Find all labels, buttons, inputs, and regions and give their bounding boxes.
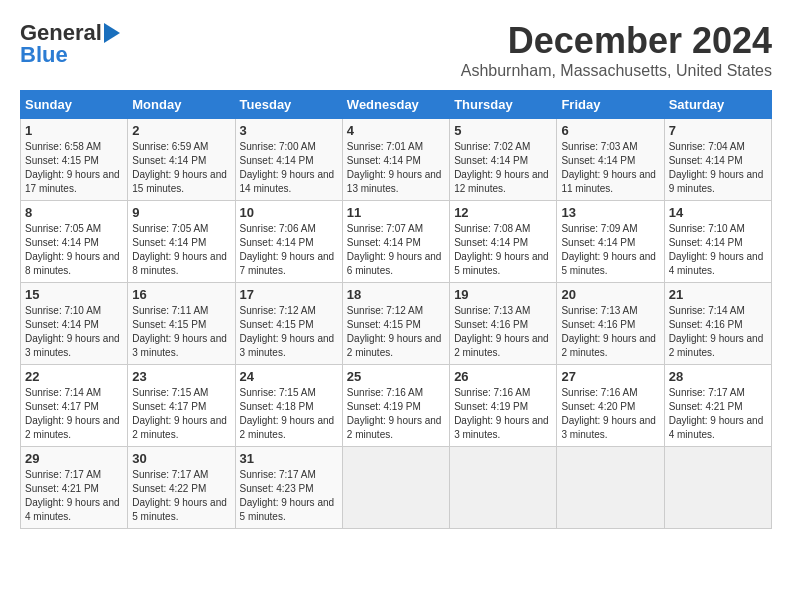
day-number: 14 [669,205,767,220]
calendar-week-row: 8 Sunrise: 7:05 AM Sunset: 4:14 PM Dayli… [21,201,772,283]
sunrise-label: Sunrise: 7:13 AM [561,305,637,316]
calendar-cell: 21 Sunrise: 7:14 AM Sunset: 4:16 PM Dayl… [664,283,771,365]
logo-arrow-icon [104,23,120,43]
daylight-label: Daylight: 9 hours and 7 minutes. [240,251,335,276]
sunrise-label: Sunrise: 7:05 AM [25,223,101,234]
sunrise-label: Sunrise: 7:16 AM [454,387,530,398]
days-header-row: Sunday Monday Tuesday Wednesday Thursday… [21,91,772,119]
sunset-label: Sunset: 4:15 PM [347,319,421,330]
day-number: 10 [240,205,338,220]
sunset-label: Sunset: 4:14 PM [347,155,421,166]
day-info: Sunrise: 7:17 AM Sunset: 4:21 PM Dayligh… [25,468,123,524]
sunset-label: Sunset: 4:15 PM [132,319,206,330]
sunset-label: Sunset: 4:19 PM [347,401,421,412]
day-number: 6 [561,123,659,138]
sunrise-label: Sunrise: 7:17 AM [132,469,208,480]
sunset-label: Sunset: 4:14 PM [132,237,206,248]
sunrise-label: Sunrise: 7:17 AM [240,469,316,480]
sunrise-label: Sunrise: 7:02 AM [454,141,530,152]
day-number: 31 [240,451,338,466]
sunset-label: Sunset: 4:14 PM [454,237,528,248]
calendar-cell: 31 Sunrise: 7:17 AM Sunset: 4:23 PM Dayl… [235,447,342,529]
sunset-label: Sunset: 4:14 PM [669,237,743,248]
sunrise-label: Sunrise: 7:01 AM [347,141,423,152]
sunset-label: Sunset: 4:18 PM [240,401,314,412]
calendar-cell: 26 Sunrise: 7:16 AM Sunset: 4:19 PM Dayl… [450,365,557,447]
sunset-label: Sunset: 4:16 PM [669,319,743,330]
sunset-label: Sunset: 4:20 PM [561,401,635,412]
day-info: Sunrise: 7:13 AM Sunset: 4:16 PM Dayligh… [561,304,659,360]
day-number: 23 [132,369,230,384]
day-number: 22 [25,369,123,384]
calendar-cell: 10 Sunrise: 7:06 AM Sunset: 4:14 PM Dayl… [235,201,342,283]
calendar-cell: 18 Sunrise: 7:12 AM Sunset: 4:15 PM Dayl… [342,283,449,365]
calendar-cell: 14 Sunrise: 7:10 AM Sunset: 4:14 PM Dayl… [664,201,771,283]
day-info: Sunrise: 7:17 AM Sunset: 4:22 PM Dayligh… [132,468,230,524]
sunset-label: Sunset: 4:14 PM [454,155,528,166]
day-info: Sunrise: 7:16 AM Sunset: 4:19 PM Dayligh… [454,386,552,442]
day-info: Sunrise: 7:06 AM Sunset: 4:14 PM Dayligh… [240,222,338,278]
calendar-cell: 15 Sunrise: 7:10 AM Sunset: 4:14 PM Dayl… [21,283,128,365]
day-info: Sunrise: 7:03 AM Sunset: 4:14 PM Dayligh… [561,140,659,196]
sunset-label: Sunset: 4:14 PM [25,319,99,330]
day-info: Sunrise: 6:59 AM Sunset: 4:14 PM Dayligh… [132,140,230,196]
header-tuesday: Tuesday [235,91,342,119]
sunrise-label: Sunrise: 7:16 AM [561,387,637,398]
daylight-label: Daylight: 9 hours and 2 minutes. [240,415,335,440]
day-info: Sunrise: 7:12 AM Sunset: 4:15 PM Dayligh… [347,304,445,360]
daylight-label: Daylight: 9 hours and 2 minutes. [454,333,549,358]
day-number: 4 [347,123,445,138]
header-wednesday: Wednesday [342,91,449,119]
daylight-label: Daylight: 9 hours and 6 minutes. [347,251,442,276]
sunset-label: Sunset: 4:15 PM [25,155,99,166]
sunrise-label: Sunrise: 7:09 AM [561,223,637,234]
sunset-label: Sunset: 4:14 PM [240,237,314,248]
sunrise-label: Sunrise: 7:15 AM [240,387,316,398]
day-info: Sunrise: 7:10 AM Sunset: 4:14 PM Dayligh… [25,304,123,360]
calendar-cell: 12 Sunrise: 7:08 AM Sunset: 4:14 PM Dayl… [450,201,557,283]
sunrise-label: Sunrise: 6:59 AM [132,141,208,152]
sunset-label: Sunset: 4:14 PM [561,237,635,248]
sunset-label: Sunset: 4:21 PM [669,401,743,412]
day-info: Sunrise: 7:12 AM Sunset: 4:15 PM Dayligh… [240,304,338,360]
day-info: Sunrise: 7:05 AM Sunset: 4:14 PM Dayligh… [25,222,123,278]
daylight-label: Daylight: 9 hours and 5 minutes. [561,251,656,276]
daylight-label: Daylight: 9 hours and 5 minutes. [132,497,227,522]
calendar-week-row: 15 Sunrise: 7:10 AM Sunset: 4:14 PM Dayl… [21,283,772,365]
daylight-label: Daylight: 9 hours and 3 minutes. [561,415,656,440]
calendar-cell: 25 Sunrise: 7:16 AM Sunset: 4:19 PM Dayl… [342,365,449,447]
calendar-cell [450,447,557,529]
day-info: Sunrise: 7:01 AM Sunset: 4:14 PM Dayligh… [347,140,445,196]
day-info: Sunrise: 7:02 AM Sunset: 4:14 PM Dayligh… [454,140,552,196]
day-number: 9 [132,205,230,220]
day-info: Sunrise: 7:09 AM Sunset: 4:14 PM Dayligh… [561,222,659,278]
sunrise-label: Sunrise: 7:00 AM [240,141,316,152]
sunrise-label: Sunrise: 7:17 AM [25,469,101,480]
daylight-label: Daylight: 9 hours and 3 minutes. [240,333,335,358]
daylight-label: Daylight: 9 hours and 8 minutes. [132,251,227,276]
title-area: December 2024 Ashburnham, Massachusetts,… [461,20,772,80]
day-info: Sunrise: 7:14 AM Sunset: 4:17 PM Dayligh… [25,386,123,442]
sunset-label: Sunset: 4:15 PM [240,319,314,330]
daylight-label: Daylight: 9 hours and 15 minutes. [132,169,227,194]
daylight-label: Daylight: 9 hours and 4 minutes. [669,415,764,440]
sunset-label: Sunset: 4:16 PM [454,319,528,330]
sunset-label: Sunset: 4:17 PM [132,401,206,412]
day-number: 24 [240,369,338,384]
day-number: 11 [347,205,445,220]
calendar-cell: 5 Sunrise: 7:02 AM Sunset: 4:14 PM Dayli… [450,119,557,201]
daylight-label: Daylight: 9 hours and 12 minutes. [454,169,549,194]
calendar-table: Sunday Monday Tuesday Wednesday Thursday… [20,90,772,529]
calendar-cell: 22 Sunrise: 7:14 AM Sunset: 4:17 PM Dayl… [21,365,128,447]
calendar-cell: 13 Sunrise: 7:09 AM Sunset: 4:14 PM Dayl… [557,201,664,283]
sunrise-label: Sunrise: 7:15 AM [132,387,208,398]
day-number: 13 [561,205,659,220]
calendar-week-row: 29 Sunrise: 7:17 AM Sunset: 4:21 PM Dayl… [21,447,772,529]
sunset-label: Sunset: 4:17 PM [25,401,99,412]
day-number: 18 [347,287,445,302]
sunset-label: Sunset: 4:14 PM [669,155,743,166]
daylight-label: Daylight: 9 hours and 5 minutes. [240,497,335,522]
day-info: Sunrise: 7:07 AM Sunset: 4:14 PM Dayligh… [347,222,445,278]
daylight-label: Daylight: 9 hours and 2 minutes. [25,415,120,440]
day-info: Sunrise: 7:08 AM Sunset: 4:14 PM Dayligh… [454,222,552,278]
